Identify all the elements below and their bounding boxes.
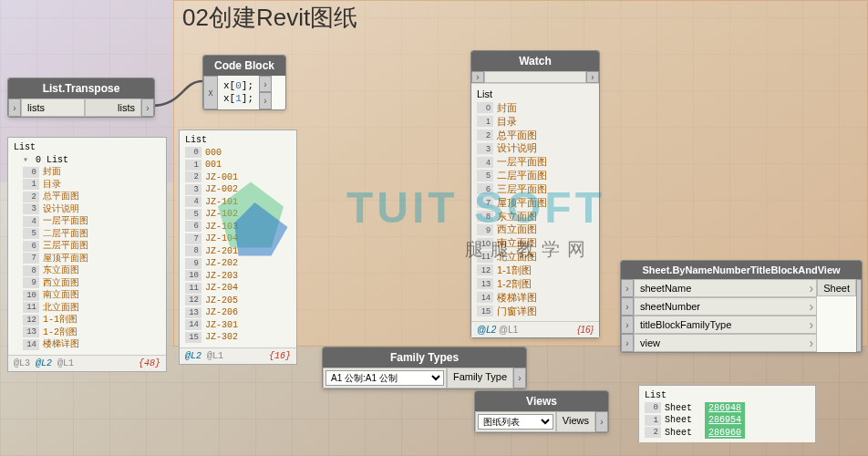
preview-transpose: List▾0 List0 封面1 目录2 总平面图3 设计说明4 一层平面图5 … [7,137,167,372]
preview-item: 10 南立面图 [477,236,594,250]
count-label: {16} [577,325,594,335]
preview-item: 8 东立面图 [477,210,594,223]
port-out-1[interactable]: › [259,92,272,109]
count-label: {16} [269,351,291,361]
port-in-label: titleBlockFamilyType [634,316,817,334]
preview-item: 6 三层平面图 [477,182,594,196]
node-header: Watch [471,51,599,71]
preview-item: 0 000 [185,147,291,160]
preview-item: 2 Sheet 286960 [645,427,810,440]
family-type-select[interactable]: A1 公制:A1 公制 [326,370,444,386]
port-out[interactable]: › [141,98,154,117]
port-out[interactable] [856,279,862,352]
preview-item: 13 1-2剖图 [477,277,594,291]
preview-item: 13 JZ-206 [185,306,291,319]
preview-item: 12 1-1剖图 [23,314,160,326]
graph-canvas[interactable]: 02创建Revit图纸 List.Transpose › lists lists… [0,0,868,456]
views-select[interactable]: 图纸列表 [478,414,553,430]
preview-item: 7 JZ-104 [185,233,291,245]
preview-item: 0 封面 [477,101,594,115]
preview-item: 11 JZ-204 [185,282,291,295]
node-header: Code Block [203,56,285,76]
preview-item: 2 总平面图 [23,191,160,203]
port-in-label: view [634,334,817,352]
preview-item: 14 楼梯详图 [477,291,594,305]
node-list-transpose[interactable]: List.Transpose › lists lists › [7,78,155,118]
preview-item: 9 西立面图 [477,223,594,236]
preview-item: 3 设计说明 [23,203,160,216]
preview-item: 11 北立面图 [477,250,594,264]
preview-item: 15 JZ-302 [185,331,291,344]
preview-item: 0 Sheet 286948 [645,402,810,415]
port-out-0[interactable]: › [259,76,272,92]
preview-item: 14 楼梯详图 [23,338,160,351]
preview-item: 0 封面 [23,166,160,179]
list-header: List [477,88,594,101]
preview-item: 13 1-2剖图 [23,326,160,339]
list-header: List [645,389,810,402]
lace-label: @L3 @L2 @L1 [14,358,74,368]
preview-item: 8 JZ-201 [185,245,291,258]
preview-item: 2 JZ-001 [185,171,291,184]
port-in[interactable]: › [621,297,634,316]
preview-item: 1 目录 [477,115,594,129]
node-watch[interactable]: Watch › › List0 封面1 目录2 总平面图3 设计说明4 一层平面… [470,50,600,338]
preview-item: 6 JZ-103 [185,221,291,233]
port-in-label: sheetName [634,279,817,297]
preview-sheet: List0 Sheet 2869481 Sheet 2869542 Sheet … [638,385,816,442]
port-in[interactable]: › [471,71,484,83]
preview-item: 15 门窗详图 [477,305,594,318]
preview-item: 12 1-1剖图 [477,264,594,277]
preview-item: 14 JZ-301 [185,319,291,332]
preview-item: 2 总平面图 [477,129,594,142]
preview-item: 4 一层平面图 [477,155,594,169]
port-out-label: Family Type [447,368,513,389]
sublist-header: ▾0 List [14,154,160,167]
preview-item: 6 三层平面图 [23,240,160,253]
preview-item: 4 JZ-101 [185,196,291,209]
group-title: 02创建Revit图纸 [182,2,357,34]
node-header: Family Types [323,347,526,368]
node-sheet[interactable]: Sheet.ByNameNumberTitleBlockAndView ›she… [620,260,863,353]
preview-item: 1 Sheet 286954 [645,414,810,427]
preview-item: 12 JZ-205 [185,295,291,307]
code-body[interactable]: x[0]; x[1]; [218,76,259,109]
preview-item: 8 东立面图 [23,264,160,277]
preview-item: 10 南立面图 [23,289,160,302]
preview-item: 7 屋顶平面图 [477,196,594,210]
node-views[interactable]: Views 图纸列表 Views › [474,390,609,433]
port-in[interactable]: › [8,98,21,117]
preview-item: 5 二层平面图 [23,228,160,241]
preview-item: 9 西立面图 [23,277,160,290]
port-in-label: lists [21,98,85,117]
preview-item: 7 屋顶平面图 [23,253,160,265]
node-family-types[interactable]: Family Types A1 公制:A1 公制 Family Type › [322,347,527,389]
node-header: List.Transpose [8,78,154,98]
preview-item: 10 JZ-203 [185,270,291,283]
preview-code: List0 0001 0012 JZ-0013 JZ-0024 JZ-1015 … [179,130,297,365]
preview-item: 5 二层平面图 [477,169,594,182]
node-header: Views [475,391,608,411]
lace-label: @L2 @L1 [185,351,223,361]
preview-item: 11 北立面图 [23,302,160,315]
port-out-label: Sheet [817,279,856,296]
port-in[interactable]: › [621,334,634,352]
watch-spacer [484,71,586,83]
port-in-x[interactable]: x [203,76,218,109]
port-out[interactable]: › [586,71,599,83]
port-out[interactable]: › [513,368,526,389]
port-in[interactable]: › [621,316,634,334]
preview-item: 9 JZ-202 [185,257,291,270]
lace-label: @L2 @L1 [477,325,518,335]
count-label: {48} [139,358,160,368]
port-in[interactable]: › [621,279,634,297]
preview-item: 3 JZ-002 [185,183,291,196]
preview-item: 3 设计说明 [477,141,594,155]
node-code-block[interactable]: Code Block x x[0]; x[1]; › › [202,55,286,110]
port-out-label: Views [556,411,595,432]
preview-item: 4 一层平面图 [23,215,160,228]
port-out[interactable]: › [595,411,608,432]
node-header: Sheet.ByNameNumberTitleBlockAndView [621,261,862,279]
list-header: List [185,134,291,147]
list-header: List [14,141,160,154]
